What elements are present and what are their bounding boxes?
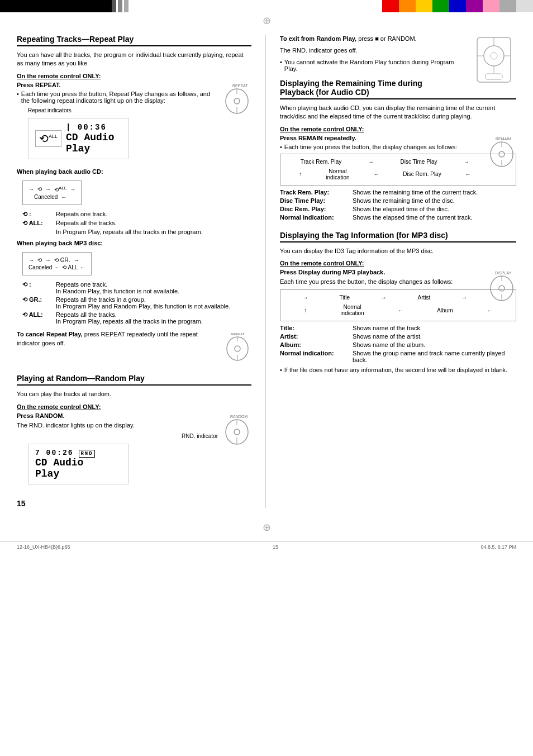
remain-remote-icon: REMAIN	[487, 135, 516, 168]
rnd-display-box: RND. indicator 7 00:26 RND CD Audio Play	[28, 433, 251, 489]
display-remote-icon: DISPLAY	[487, 269, 516, 302]
tag-remote-subtitle: On the remote control ONLY:	[280, 260, 516, 267]
random-play-section: Playing at Random—Random Play You can pl…	[17, 374, 251, 489]
lcd-line2: CD Audio	[66, 132, 114, 143]
svg-text:REPEAT: REPEAT	[231, 332, 245, 336]
svg-rect-22	[486, 74, 502, 79]
svg-text:REPEAT: REPEAT	[232, 84, 248, 88]
album-def: Album: Shows name of the album.	[280, 341, 516, 348]
rnd-indicator-text: The RND. indicator lights up on the disp…	[17, 421, 251, 430]
header-bar-right	[266, 0, 533, 12]
rnd-lcd: 7 00:26 RND CD Audio Play	[28, 444, 129, 484]
when-mp3-title: When playing back MP3 disc:	[17, 240, 251, 246]
artist-def: Artist: Shows name of the artist.	[280, 333, 516, 340]
footer-left-code: 12-16_UX-HB4(B)6.p65	[17, 544, 70, 550]
page-footer: 12-16_UX-HB4(B)6.p65 15 04.8.5, 6:17 PM	[0, 541, 533, 552]
lcd-line3: Play	[66, 143, 114, 154]
remain-section: Displaying the Remaining Time during Pla…	[280, 79, 516, 221]
audio-flow-diagram: → ⟲ → ⟲ALL → Canceled ←	[22, 180, 82, 205]
remain-flow-top: Track Rem. Play → Disc Time Play →	[287, 159, 483, 165]
lcd-line1: | 00:36	[66, 123, 114, 132]
footer-right-date: 04.8.5, 6:17 PM	[480, 544, 516, 550]
mp3-repeat-gr: ⟲ GR.: Repeats all the tracks in a group…	[22, 296, 251, 310]
header-bar-left	[0, 0, 266, 12]
repeat-play-section: Repeating Tracks—Repeat Play You can hav…	[17, 35, 251, 364]
repeat-play-intro: You can have all the tracks, the program…	[17, 51, 251, 68]
audio-repeat-defs: ⟲ : Repeats one track. ⟲ ALL: Repeats al…	[22, 211, 251, 235]
audio-flow-row1: → ⟲ → ⟲ALL →	[28, 186, 75, 193]
track-rem-label: Track Rem. Play	[301, 159, 342, 165]
press-display-note: Each time you press the button, the disp…	[280, 278, 516, 286]
rnd-indicator-label: RND. indicator	[28, 433, 218, 439]
svg-text:RANDOM: RANDOM	[230, 415, 248, 419]
title-label: Title	[340, 294, 350, 301]
remain-intro: When playing back audio CD, you can disp…	[280, 104, 516, 121]
mp3-flow-diagram: → ⟲ → ⟲ GR. → Canceled ← ⟲ ALL ←	[22, 252, 92, 275]
rnd-lcd-line1: 7 00:26 RND	[35, 449, 95, 457]
disc-time-label: Disc Time Play	[400, 159, 437, 165]
random-remote-icon: RANDOM	[222, 412, 251, 446]
left-column: Repeating Tracks—Repeat Play You can hav…	[17, 35, 251, 508]
tag-title: Displaying the Tag Information (for MP3 …	[280, 231, 516, 243]
tag-section: Displaying the Tag Information (for MP3 …	[280, 231, 516, 374]
press-remain-label: Press REMAIN repeatedly.	[280, 135, 516, 141]
tag-flow-top: → Title → Artist →	[287, 294, 483, 301]
repeat-remote-icon: REPEAT	[222, 82, 251, 115]
remain-defs: Track Rem. Play: Shows the remaining tim…	[280, 189, 516, 221]
rnd-lcd-line3: Play	[35, 468, 95, 479]
svg-point-16	[484, 46, 504, 66]
repeat-all-program-row: In Program Play, repeats all the tracks …	[22, 229, 251, 235]
bottom-compass: ⊕	[0, 519, 533, 536]
press-random-label: Press RANDOM.	[17, 412, 251, 419]
normal-indication-tag-def: Normal indication: Shows the group name …	[280, 350, 516, 363]
exit-random-block: To exit from Random Play, press ■ or RAN…	[280, 35, 516, 72]
column-divider	[265, 35, 266, 508]
page-content: Repeating Tracks—Repeat Play You can hav…	[0, 29, 533, 519]
track-rem-def: Track Rem. Play: Shows the remaining tim…	[280, 189, 516, 196]
svg-text:REMAIN: REMAIN	[496, 137, 511, 141]
svg-point-12	[234, 429, 240, 435]
remain-remote-subtitle: On the remote control ONLY:	[280, 126, 516, 132]
random-play-intro: You can play the tracks at random.	[17, 390, 251, 398]
footer-center-page: 15	[273, 544, 278, 550]
random-icon-area: RANDOM	[222, 412, 251, 447]
tag-intro: You can display the ID3 Tag information …	[280, 247, 516, 255]
mp3-repeat-one: ⟲ : Repeats one track. In Random Play, t…	[22, 281, 251, 294]
cancel-repeat-text: To cancel Repeat Play, press REPEAT repe…	[17, 330, 219, 348]
header-bar	[0, 0, 533, 12]
tag-defs: Title: Shows name of the track. Artist: …	[280, 325, 516, 363]
header-gray-bars	[112, 0, 129, 12]
mp3-flow-row1: → ⟲ → ⟲ GR. →	[28, 257, 85, 263]
device-image	[472, 35, 516, 86]
indication-label: indication	[326, 174, 349, 180]
remain-flow-bottom: ↑ Normal indication ← Disc Rem. Play ←	[287, 168, 483, 180]
svg-point-25	[499, 151, 505, 157]
tag-blank-note: • If the file does not have any informat…	[280, 367, 516, 373]
cancel-repeat-block: To cancel Repeat Play, press REPEAT repe…	[17, 330, 251, 364]
album-label: Album	[437, 307, 453, 313]
mp3-repeat-defs: ⟲ : Repeats one track. In Random Play, t…	[22, 281, 251, 325]
repeat-indicators-label: Repeat indicators	[28, 107, 251, 113]
cannot-random-bullet: • You cannot activate the Random Play fu…	[280, 59, 466, 72]
press-repeat-label: Press REPEAT.	[17, 82, 251, 88]
disc-time-def: Disc Time Play: Shows the remaining time…	[280, 197, 516, 204]
tag-flow-diagram: → Title → Artist → ↑ Normal indication ←…	[280, 289, 516, 321]
title-def: Title: Shows name of the track.	[280, 325, 516, 331]
mp3-repeat-all: ⟲ ALL: Repeats all the tracks. In Progra…	[22, 311, 251, 325]
audio-flow-row2: Canceled ←	[34, 194, 75, 200]
svg-point-30	[499, 286, 505, 291]
artist-label: Artist	[418, 294, 431, 301]
press-display-label: Press Display during MP3 playback.	[280, 269, 516, 275]
normal-indication-def: Normal indication: Shows the elapsed tim…	[280, 214, 516, 221]
header-color-bars	[382, 0, 533, 12]
repeat-cancel-icon: REPEAT	[223, 330, 251, 364]
page-compass: ⊕	[0, 12, 533, 29]
header-black-bar	[0, 0, 112, 12]
svg-text:DISPLAY: DISPLAY	[495, 271, 511, 275]
disc-rem-label: Disc Rem. Play	[403, 171, 441, 177]
svg-point-17	[491, 53, 497, 59]
normal-label: Normal	[326, 168, 349, 174]
rnd-badge: RND	[79, 450, 94, 458]
repeat-indicators-box: Repeat indicators ⟲ALL | 00:36 CD Audio …	[28, 107, 251, 164]
when-audio-title: When playing back audio CD:	[17, 168, 251, 175]
